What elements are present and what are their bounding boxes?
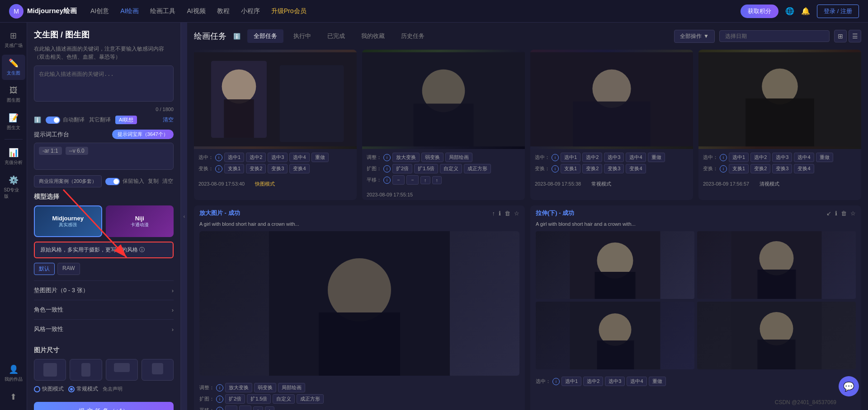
sidebar-item-analysis[interactable]: 📊 充值分析 xyxy=(2,144,25,169)
ai-badge[interactable]: AI联想 xyxy=(115,116,137,124)
char-consistency-collapse[interactable]: 角色一致性 › xyxy=(34,300,174,319)
select-btn-3-4[interactable]: 选中4 xyxy=(626,153,646,162)
pan-right-2[interactable]: ↑ xyxy=(432,176,442,184)
expand-info-icon-2[interactable]: i xyxy=(383,165,391,172)
nav-pro[interactable]: 升级Pro会员 xyxy=(271,7,307,15)
toggle-switch[interactable] xyxy=(46,116,60,124)
expand-2x-exp1[interactable]: 扩2倍 xyxy=(225,394,245,404)
transform-info-icon-3[interactable]: i xyxy=(552,165,559,172)
transform-btn-1-4[interactable]: 变换4 xyxy=(289,164,309,173)
transform-btn-3-2[interactable]: 变换2 xyxy=(582,164,602,173)
pan-minus-exp1[interactable]: － xyxy=(225,405,237,410)
enlarge-btn-2[interactable]: 放大变换 xyxy=(392,153,420,162)
size-card-3[interactable] xyxy=(106,359,138,381)
sidebar-item-img2text[interactable]: 📝 图生文 xyxy=(2,109,25,135)
expand-info-exp1[interactable]: i xyxy=(216,396,223,403)
business-btn[interactable]: 商业应用案例（200多套） xyxy=(34,175,102,187)
get-points-button[interactable]: 获取积分 xyxy=(741,5,778,18)
tab-history[interactable]: 历史任务 xyxy=(395,29,431,43)
mode-radio-normal[interactable]: 常规模式 xyxy=(68,385,98,393)
expand-square-exp1[interactable]: 成正方形 xyxy=(297,394,324,404)
size-card-2[interactable] xyxy=(70,359,102,381)
nav-ai-draw[interactable]: AI绘画 xyxy=(120,7,139,15)
select-btn-3-3[interactable]: 选中3 xyxy=(604,153,624,162)
adjust-info-exp1[interactable]: i xyxy=(216,384,223,391)
transform-info-icon-1[interactable]: i xyxy=(215,165,222,172)
clear2-button[interactable]: 清空 xyxy=(162,177,173,185)
expand-square-2[interactable]: 成正方形 xyxy=(464,164,491,173)
expand-1-5x-2[interactable]: 扩1.5倍 xyxy=(414,164,438,173)
transform-btn-4-4[interactable]: 变换4 xyxy=(794,164,814,173)
select-btn-exp2-2[interactable]: 选中2 xyxy=(583,377,603,386)
star-icon[interactable]: ☆ xyxy=(514,210,519,217)
size-card-1[interactable] xyxy=(34,359,66,381)
sidebar-item-inspiration[interactable]: ⊞ 灵感广场 xyxy=(2,27,25,52)
tab-running[interactable]: 执行中 xyxy=(287,29,317,43)
bell-icon[interactable]: 🔔 xyxy=(801,7,810,15)
mode-radio-fast[interactable]: 快图模式 xyxy=(34,385,64,393)
select-btn-exp2-4[interactable]: 选中4 xyxy=(627,377,646,386)
transform-info-icon-4[interactable]: i xyxy=(720,165,727,172)
local-btn-exp1[interactable]: 局部绘画 xyxy=(278,383,305,392)
pan-info-icon-2[interactable]: i xyxy=(383,177,391,184)
enlarge-btn-exp1[interactable]: 放大变换 xyxy=(225,383,252,392)
save-toggle-switch[interactable] xyxy=(105,178,120,185)
auto-translate-toggle[interactable]: 自动翻译 xyxy=(46,116,85,124)
expand-2x-2[interactable]: 扩2倍 xyxy=(392,164,412,173)
param-v[interactable]: --v 6.0 xyxy=(66,147,88,155)
trash-icon-exp2[interactable]: 🗑 xyxy=(841,210,847,217)
transform-btn-3-4[interactable]: 变换4 xyxy=(626,164,646,173)
nav-draw-tools[interactable]: 绘画工具 xyxy=(150,7,175,15)
nav-ai-creative[interactable]: AI创意 xyxy=(90,7,109,15)
arrow-up-icon[interactable]: ↑ xyxy=(492,210,495,217)
model-card-niji[interactable]: Niji 卡通动漫 xyxy=(106,205,174,237)
model-card-midjourney[interactable]: Midjourney 真实感强 xyxy=(34,205,102,237)
weak-btn-exp1[interactable]: 弱变换 xyxy=(254,383,276,392)
pan-dash-exp1[interactable]: － xyxy=(239,405,251,410)
select-btn-4-3[interactable]: 选中3 xyxy=(772,153,792,162)
transform-btn-4-2[interactable]: 变换2 xyxy=(750,164,770,173)
prompt-gem-button[interactable]: 提示词宝库（3647个） xyxy=(112,130,174,139)
submit-button[interactable]: 提 交 任 务（+1） xyxy=(34,402,174,410)
sidebar-item-upload[interactable]: ⬆ xyxy=(2,388,25,405)
pan-info-exp1[interactable]: i xyxy=(216,407,223,410)
select-btn-exp2-3[interactable]: 选中3 xyxy=(605,377,625,386)
tab-all[interactable]: 全部任务 xyxy=(247,29,283,43)
save-toggle[interactable]: 保留输入 xyxy=(105,177,144,185)
pan-minus-2[interactable]: － xyxy=(392,175,405,185)
select-btn-1-3[interactable]: 选中3 xyxy=(268,153,288,162)
select-btn-4-4[interactable]: 选中4 xyxy=(794,153,814,162)
redo-btn-exp2[interactable]: 重做 xyxy=(649,377,666,386)
select-btn-1-2[interactable]: 选中2 xyxy=(246,153,266,162)
login-button[interactable]: 登录 / 注册 xyxy=(817,5,859,18)
info-icon-main[interactable]: ℹ️ xyxy=(233,33,241,40)
select-btn-exp2-1[interactable]: 选中1 xyxy=(561,377,581,386)
adjust-info-icon-2[interactable]: i xyxy=(383,154,391,161)
size-card-4[interactable] xyxy=(142,359,174,381)
disclaimer-link[interactable]: 免去声明 xyxy=(103,386,123,392)
param-ar[interactable]: -ar 1:1 xyxy=(39,147,62,155)
sidebar-item-text2img[interactable]: ✏️ 文生图 xyxy=(2,55,25,80)
select-btn-4-1[interactable]: 选中1 xyxy=(729,153,749,162)
all-actions-button[interactable]: 全部操作 ▼ xyxy=(674,30,715,43)
info-icon-expand[interactable]: ℹ xyxy=(499,210,501,217)
transform-btn-4-3[interactable]: 变换3 xyxy=(772,164,792,173)
transform-btn-1-2[interactable]: 变换2 xyxy=(246,164,266,173)
chat-bubble[interactable]: 💬 xyxy=(839,376,859,396)
copy-button[interactable]: 复制 xyxy=(148,177,159,185)
star-icon-exp2[interactable]: ☆ xyxy=(850,210,856,217)
expand-custom-exp1[interactable]: 自定义 xyxy=(273,394,295,404)
prompt-textarea[interactable] xyxy=(34,65,174,102)
select-info-icon-1[interactable]: i xyxy=(215,154,222,161)
pad-images-collapse[interactable]: 垫图图片（0 - 3 张） › xyxy=(34,280,174,300)
tab-done[interactable]: 已完成 xyxy=(321,29,351,43)
info-icon-exp2[interactable]: ℹ xyxy=(835,210,837,217)
transform-btn-4-1[interactable]: 支换1 xyxy=(729,164,749,173)
pan-up-exp1[interactable]: ↑ xyxy=(253,406,263,410)
sidebar-item-sd[interactable]: ⚙️ SD专业版 xyxy=(2,172,25,203)
select-btn-1-1[interactable]: 选中1 xyxy=(224,153,244,162)
nav-tutorial[interactable]: 教程 xyxy=(217,7,230,15)
sidebar-item-img2img[interactable]: 🖼 图生图 xyxy=(2,82,25,107)
select-btn-3-2[interactable]: 选中2 xyxy=(582,153,602,162)
weak-btn-2[interactable]: 弱变换 xyxy=(421,153,443,162)
